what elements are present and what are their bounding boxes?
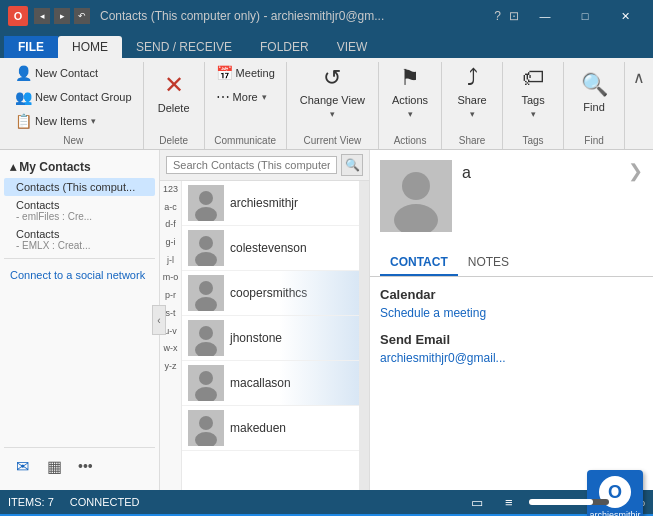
alpha-mo[interactable]: m-o [160,269,181,287]
view-single-icon[interactable]: ▭ [465,490,489,514]
search-btn[interactable]: 🔍 [341,154,363,176]
sidebar-item-contacts-main[interactable]: Contacts (This comput... [4,178,155,196]
collapse-ribbon-btn[interactable]: ∧ [629,66,649,89]
ribbon-new-content: 👤 New Contact 👥 New Contact Group 📋 New … [10,62,137,133]
sidebar-collapse-btn[interactable]: ‹ [152,305,166,335]
alpha-gi[interactable]: g-i [160,234,181,252]
find-button[interactable]: 🔍 Find [570,62,618,122]
calendar-section: Calendar Schedule a meeting [380,287,643,320]
new-contact-button[interactable]: 👤 New Contact [10,62,137,84]
sidebar-item-contacts-emlx[interactable]: Contacts - EMLX : Creat... [4,225,155,254]
communicate-col: 📅 Meeting ⋯ More ▾ [211,62,280,108]
tab-view[interactable]: VIEW [323,36,382,58]
ribbon-share-content: ⤴ Share ▾ [448,62,496,133]
delete-icon: ✕ [164,71,184,99]
tab-folder[interactable]: FOLDER [246,36,323,58]
alpha-wx[interactable]: w-x [160,340,181,358]
alpha-yz[interactable]: y-z [160,358,181,376]
restore-btn[interactable]: ⊡ [509,9,519,23]
list-item[interactable]: colestevenson [182,226,359,271]
minimize-btn[interactable]: — [525,0,565,32]
zoom-bar [529,499,609,505]
ribbon-tags-content: 🏷 Tags ▾ [509,62,557,133]
tab-home[interactable]: HOME [58,36,122,58]
detail-tabs: CONTACT NOTES [370,250,653,277]
connect-social-link[interactable]: Connect to a social network [4,263,155,287]
ribbon-actions-content: ⚑ Actions ▾ [385,62,435,133]
actions-icon: ⚑ [400,65,420,91]
alpha-123[interactable]: 123 [160,181,181,199]
tags-icon: 🏷 [522,65,544,91]
title-bar-right: ? ⊡ [494,9,519,23]
ribbon-delete-content: ✕ Delete [150,62,198,133]
new-items-button[interactable]: 📋 New Items ▾ [10,110,137,132]
share-icon: ⤴ [467,65,478,91]
view-list-icon[interactable]: ≡ [497,490,521,514]
contacts-scroll: 123 a-c d-f g-i j-l m-o p-r s-t u-v w-x … [160,181,369,490]
tab-send-receive[interactable]: SEND / RECEIVE [122,36,246,58]
forward-btn[interactable]: ▸ [54,8,70,24]
help-btn[interactable]: ? [494,9,501,23]
share-button[interactable]: ⤴ Share ▾ [448,62,496,122]
more-icon: ⋯ [216,89,230,105]
tab-notes[interactable]: NOTES [458,250,519,276]
scroll-bar[interactable] [359,181,369,490]
sidebar-item-contacts-eml[interactable]: Contacts - emlFiles : Cre... [4,196,155,225]
more-button[interactable]: ⋯ More ▾ [211,86,280,108]
alpha-ac[interactable]: a-c [160,199,181,217]
delete-button[interactable]: ✕ Delete [150,62,198,122]
calendar-nav-icon[interactable]: ▦ [40,452,68,480]
contact-list-area: 🔍 123 a-c d-f g-i j-l m-o p-r s-t u-v w-… [160,150,370,490]
taskbar-icon-archiesmithjr[interactable]: O archiesmithjr [587,470,643,516]
new-contact-group-button[interactable]: 👥 New Contact Group [10,86,137,108]
svg-point-16 [199,416,213,430]
more-nav-btn[interactable]: ••• [74,454,97,478]
sidebar-divider [4,258,155,259]
tab-file[interactable]: FILE [4,36,58,58]
tags-button[interactable]: 🏷 Tags ▾ [509,62,557,122]
ribbon-communicate-content: 📅 Meeting ⋯ More ▾ [211,62,280,133]
avatar [188,410,224,446]
group-icon: 👥 [15,89,32,105]
detail-panel: a ❯ CONTACT NOTES Calendar Schedule a me… [370,150,653,490]
search-input[interactable] [166,156,337,174]
ribbon-group-share: ⤴ Share ▾ Share [442,62,503,149]
list-item[interactable]: makeduen [182,406,359,451]
change-view-button[interactable]: ↺ Change View ▾ [293,62,372,122]
undo-btn[interactable]: ↶ [74,8,90,24]
schedule-meeting-link[interactable]: Schedule a meeting [380,306,486,320]
meeting-button[interactable]: 📅 Meeting [211,62,280,84]
alpha-index: 123 a-c d-f g-i j-l m-o p-r s-t u-v w-x … [160,181,182,490]
app-icon: O [8,6,28,26]
actions-button[interactable]: ⚑ Actions ▾ [385,62,435,122]
new-group-label: New [10,133,137,149]
email-link[interactable]: archiesmithjr0@gmail... [380,351,506,365]
email-section: Send Email archiesmithjr0@gmail... [380,332,643,365]
svg-point-13 [199,371,213,385]
sidebar-my-contacts-header[interactable]: ▴ My Contacts [4,156,155,178]
back-btn[interactable]: ◂ [34,8,50,24]
title-bar: O ◂ ▸ ↶ Contacts (This computer only) - … [0,0,653,32]
alpha-pr[interactable]: p-r [160,287,181,305]
ribbon-tabs: FILE HOME SEND / RECEIVE FOLDER VIEW [0,32,653,58]
ribbon-find-content: 🔍 Find [570,62,618,133]
scroll-up-btn[interactable]: ❯ [628,160,643,182]
zoom-fill [529,499,593,505]
sidebar-bottom-nav: ✉ ▦ ••• [4,447,155,484]
tab-contact[interactable]: CONTACT [380,250,458,276]
svg-point-10 [199,326,213,340]
maximize-btn[interactable]: □ [565,0,605,32]
search-icon: 🔍 [345,158,360,172]
list-item[interactable]: archiesmithjr [182,181,359,226]
list-item[interactable]: jhonstone [182,316,359,361]
mail-nav-icon[interactable]: ✉ [8,452,36,480]
detail-name-area: a [462,160,471,182]
share-chevron-icon: ▾ [470,109,475,119]
list-item[interactable]: coopersmithcs [182,271,359,316]
ribbon: 👤 New Contact 👥 New Contact Group 📋 New … [0,58,653,150]
alpha-jl[interactable]: j-l [160,252,181,270]
person-icon: 👤 [15,65,32,81]
close-btn[interactable]: ✕ [605,0,645,32]
alpha-df[interactable]: d-f [160,216,181,234]
list-item[interactable]: macallason [182,361,359,406]
